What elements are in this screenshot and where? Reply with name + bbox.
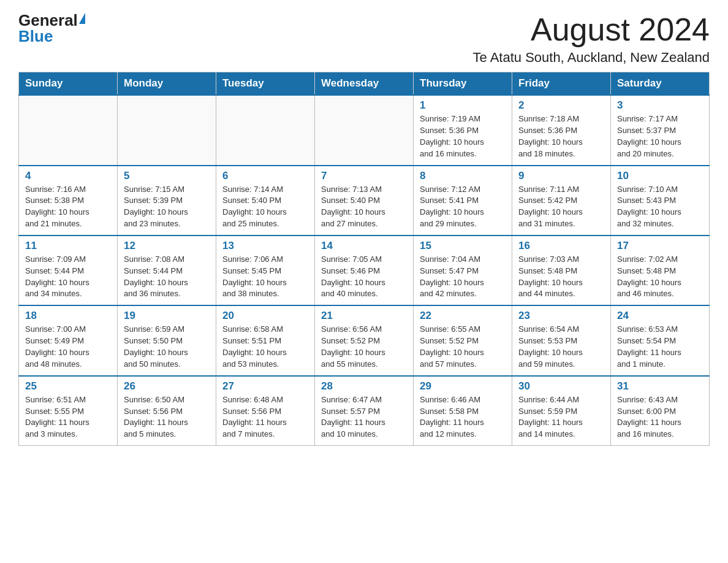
calendar-cell: 8Sunrise: 7:12 AM Sunset: 5:41 PM Daylig… [414, 166, 512, 236]
day-info: Sunrise: 7:10 AM Sunset: 5:43 PM Dayligh… [617, 184, 703, 230]
calendar-cell: 1Sunrise: 7:19 AM Sunset: 5:36 PM Daylig… [414, 95, 512, 165]
day-info: Sunrise: 6:44 AM Sunset: 5:59 PM Dayligh… [518, 394, 604, 440]
calendar-cell: 23Sunrise: 6:54 AM Sunset: 5:53 PM Dayli… [512, 305, 611, 375]
calendar-cell: 5Sunrise: 7:15 AM Sunset: 5:39 PM Daylig… [118, 166, 216, 236]
calendar-cell: 30Sunrise: 6:44 AM Sunset: 5:59 PM Dayli… [512, 376, 611, 446]
calendar-cell: 17Sunrise: 7:02 AM Sunset: 5:48 PM Dayli… [611, 236, 710, 305]
calendar-cell: 16Sunrise: 7:03 AM Sunset: 5:48 PM Dayli… [512, 236, 611, 305]
title-block: August 2024 Te Atatu South, Auckland, Ne… [473, 12, 710, 66]
day-number: 1 [420, 99, 506, 112]
calendar-cell: 10Sunrise: 7:10 AM Sunset: 5:43 PM Dayli… [611, 166, 710, 236]
day-number: 4 [25, 170, 111, 182]
calendar-cell: 31Sunrise: 6:43 AM Sunset: 6:00 PM Dayli… [611, 376, 710, 446]
logo: General Blue [18, 12, 85, 44]
day-info: Sunrise: 7:08 AM Sunset: 5:44 PM Dayligh… [124, 254, 210, 300]
day-info: Sunrise: 7:14 AM Sunset: 5:40 PM Dayligh… [222, 184, 308, 230]
day-info: Sunrise: 6:56 AM Sunset: 5:52 PM Dayligh… [321, 324, 407, 370]
day-info: Sunrise: 7:18 AM Sunset: 5:36 PM Dayligh… [518, 113, 604, 159]
day-number: 31 [617, 380, 703, 393]
day-number: 27 [222, 380, 308, 393]
day-number: 16 [518, 240, 604, 252]
day-info: Sunrise: 7:03 AM Sunset: 5:48 PM Dayligh… [518, 254, 604, 300]
week-row-4: 18Sunrise: 7:00 AM Sunset: 5:49 PM Dayli… [19, 305, 710, 375]
calendar-cell: 14Sunrise: 7:05 AM Sunset: 5:46 PM Dayli… [315, 236, 414, 305]
day-of-week-tuesday: Tuesday [216, 72, 315, 96]
logo-blue-text: Blue [18, 28, 53, 44]
week-row-2: 4Sunrise: 7:16 AM Sunset: 5:38 PM Daylig… [19, 166, 710, 236]
day-info: Sunrise: 7:02 AM Sunset: 5:48 PM Dayligh… [617, 254, 703, 300]
day-of-week-thursday: Thursday [414, 72, 512, 96]
day-number: 3 [617, 99, 703, 112]
day-number: 29 [420, 380, 506, 393]
calendar-cell: 3Sunrise: 7:17 AM Sunset: 5:37 PM Daylig… [611, 95, 710, 165]
calendar-header-row: SundayMondayTuesdayWednesdayThursdayFrid… [19, 72, 710, 96]
location-title: Te Atatu South, Auckland, New Zealand [473, 50, 710, 66]
day-number: 23 [518, 310, 604, 322]
day-info: Sunrise: 6:51 AM Sunset: 5:55 PM Dayligh… [25, 394, 111, 440]
day-number: 9 [518, 170, 604, 182]
calendar-cell: 25Sunrise: 6:51 AM Sunset: 5:55 PM Dayli… [19, 376, 118, 446]
day-info: Sunrise: 6:50 AM Sunset: 5:56 PM Dayligh… [124, 394, 210, 440]
calendar-cell [118, 95, 216, 165]
calendar-cell: 12Sunrise: 7:08 AM Sunset: 5:44 PM Dayli… [118, 236, 216, 305]
calendar-cell [315, 95, 414, 165]
day-of-week-sunday: Sunday [19, 72, 118, 96]
calendar-cell [216, 95, 315, 165]
day-info: Sunrise: 7:04 AM Sunset: 5:47 PM Dayligh… [420, 254, 506, 300]
day-number: 17 [617, 240, 703, 252]
day-info: Sunrise: 6:46 AM Sunset: 5:58 PM Dayligh… [420, 394, 506, 440]
logo-triangle-icon [79, 13, 85, 24]
calendar-cell: 22Sunrise: 6:55 AM Sunset: 5:52 PM Dayli… [414, 305, 512, 375]
day-number: 12 [124, 240, 210, 252]
month-title: August 2024 [473, 12, 710, 47]
day-number: 15 [420, 240, 506, 252]
calendar-cell: 20Sunrise: 6:58 AM Sunset: 5:51 PM Dayli… [216, 305, 315, 375]
week-row-1: 1Sunrise: 7:19 AM Sunset: 5:36 PM Daylig… [19, 95, 710, 165]
day-info: Sunrise: 6:48 AM Sunset: 5:56 PM Dayligh… [222, 394, 308, 440]
day-info: Sunrise: 7:11 AM Sunset: 5:42 PM Dayligh… [518, 184, 604, 230]
day-number: 7 [321, 170, 407, 182]
day-info: Sunrise: 6:53 AM Sunset: 5:54 PM Dayligh… [617, 324, 703, 370]
day-number: 18 [25, 310, 111, 322]
day-of-week-monday: Monday [118, 72, 216, 96]
day-info: Sunrise: 6:55 AM Sunset: 5:52 PM Dayligh… [420, 324, 506, 370]
week-row-5: 25Sunrise: 6:51 AM Sunset: 5:55 PM Dayli… [19, 376, 710, 446]
day-number: 28 [321, 380, 407, 393]
calendar-cell: 29Sunrise: 6:46 AM Sunset: 5:58 PM Dayli… [414, 376, 512, 446]
day-info: Sunrise: 6:59 AM Sunset: 5:50 PM Dayligh… [124, 324, 210, 370]
day-info: Sunrise: 7:17 AM Sunset: 5:37 PM Dayligh… [617, 113, 703, 159]
calendar-cell: 21Sunrise: 6:56 AM Sunset: 5:52 PM Dayli… [315, 305, 414, 375]
day-number: 11 [25, 240, 111, 252]
calendar-cell: 6Sunrise: 7:14 AM Sunset: 5:40 PM Daylig… [216, 166, 315, 236]
day-number: 19 [124, 310, 210, 322]
logo-general-text: General [18, 12, 78, 28]
day-info: Sunrise: 6:58 AM Sunset: 5:51 PM Dayligh… [222, 324, 308, 370]
calendar-cell: 18Sunrise: 7:00 AM Sunset: 5:49 PM Dayli… [19, 305, 118, 375]
header: General Blue August 2024 Te Atatu South,… [18, 12, 710, 66]
day-number: 26 [124, 380, 210, 393]
day-info: Sunrise: 6:43 AM Sunset: 6:00 PM Dayligh… [617, 394, 703, 440]
day-number: 5 [124, 170, 210, 182]
day-number: 13 [222, 240, 308, 252]
day-number: 8 [420, 170, 506, 182]
day-of-week-wednesday: Wednesday [315, 72, 414, 96]
calendar-cell: 15Sunrise: 7:04 AM Sunset: 5:47 PM Dayli… [414, 236, 512, 305]
day-number: 30 [518, 380, 604, 393]
day-info: Sunrise: 7:15 AM Sunset: 5:39 PM Dayligh… [124, 184, 210, 230]
day-number: 14 [321, 240, 407, 252]
calendar-cell: 2Sunrise: 7:18 AM Sunset: 5:36 PM Daylig… [512, 95, 611, 165]
calendar-cell: 7Sunrise: 7:13 AM Sunset: 5:40 PM Daylig… [315, 166, 414, 236]
day-number: 10 [617, 170, 703, 182]
calendar-cell: 28Sunrise: 6:47 AM Sunset: 5:57 PM Dayli… [315, 376, 414, 446]
day-info: Sunrise: 6:54 AM Sunset: 5:53 PM Dayligh… [518, 324, 604, 370]
calendar-cell: 13Sunrise: 7:06 AM Sunset: 5:45 PM Dayli… [216, 236, 315, 305]
day-info: Sunrise: 7:13 AM Sunset: 5:40 PM Dayligh… [321, 184, 407, 230]
day-number: 21 [321, 310, 407, 322]
day-info: Sunrise: 7:12 AM Sunset: 5:41 PM Dayligh… [420, 184, 506, 230]
calendar-cell: 24Sunrise: 6:53 AM Sunset: 5:54 PM Dayli… [611, 305, 710, 375]
calendar-cell: 4Sunrise: 7:16 AM Sunset: 5:38 PM Daylig… [19, 166, 118, 236]
day-info: Sunrise: 7:05 AM Sunset: 5:46 PM Dayligh… [321, 254, 407, 300]
day-of-week-saturday: Saturday [611, 72, 710, 96]
calendar-cell [19, 95, 118, 165]
week-row-3: 11Sunrise: 7:09 AM Sunset: 5:44 PM Dayli… [19, 236, 710, 305]
